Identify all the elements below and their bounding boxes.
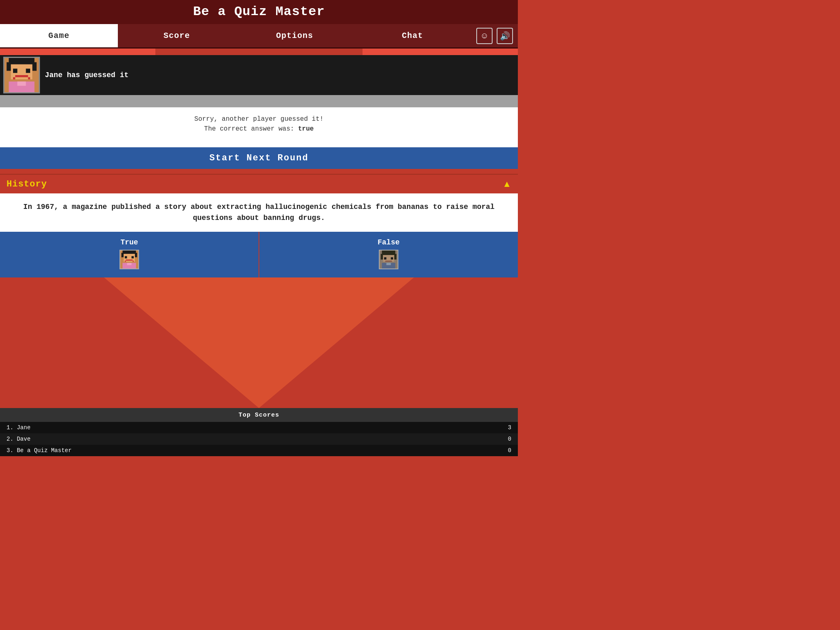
score-rank-2: 2. Dave xyxy=(7,436,31,442)
score-row-2: 2. Dave 0 xyxy=(0,433,518,445)
nav-bar: Game Score Options Chat ☺ 🔊 xyxy=(0,24,518,49)
history-header: History ▲ xyxy=(0,174,518,193)
history-section: History ▲ In 1967, a magazine published … xyxy=(0,174,518,408)
option-false-label: False xyxy=(378,238,400,246)
svg-rect-26 xyxy=(381,254,383,260)
options-row: True False xyxy=(0,232,518,277)
player-avatar xyxy=(3,57,40,93)
svg-rect-7 xyxy=(15,75,28,77)
gray-bar xyxy=(0,95,518,107)
tab-score[interactable]: Score xyxy=(118,24,236,47)
score-rank-1: 1. Jane xyxy=(7,424,31,431)
svg-rect-9 xyxy=(28,77,30,79)
svg-rect-21 xyxy=(133,261,134,262)
svg-rect-31 xyxy=(385,261,392,262)
title-bar: Be a Quiz Master xyxy=(0,0,518,24)
top-scores-section: Top Scores 1. Jane 3 2. Dave 0 3. Be a Q… xyxy=(0,408,518,456)
svg-rect-27 xyxy=(394,254,397,260)
dave-chip xyxy=(379,250,398,269)
nav-icons: ☺ 🔊 xyxy=(471,24,518,47)
red-separator xyxy=(0,169,518,174)
score-value-3: 0 xyxy=(508,447,511,454)
svg-rect-33 xyxy=(387,263,391,265)
option-true: True xyxy=(0,232,259,277)
correct-answer-line: The correct answer was: true xyxy=(8,125,510,133)
svg-rect-19 xyxy=(126,260,133,261)
history-collapse-button[interactable]: ▲ xyxy=(502,179,511,189)
top-scores-title: Top Scores xyxy=(239,412,279,419)
svg-rect-13 xyxy=(123,251,136,254)
score-value-2: 0 xyxy=(508,436,511,442)
sound-button[interactable]: 🔊 xyxy=(497,28,513,44)
score-row-3: 3. Be a Quiz Master 0 xyxy=(0,445,518,456)
game-area: Jane has guessed it Sorry, another playe… xyxy=(0,55,518,169)
history-title: History xyxy=(7,179,47,189)
score-value-1: 3 xyxy=(508,424,511,431)
top-scores-header: Top Scores xyxy=(0,408,518,422)
svg-rect-20 xyxy=(125,261,126,262)
svg-rect-30 xyxy=(391,257,393,260)
svg-rect-25 xyxy=(382,251,396,255)
notification-text: Jane has guessed it xyxy=(45,71,128,79)
option-false: False xyxy=(259,232,518,277)
svg-rect-14 xyxy=(122,253,124,257)
svg-rect-2 xyxy=(7,62,11,71)
svg-rect-17 xyxy=(125,256,127,259)
svg-rect-3 xyxy=(32,62,37,71)
svg-rect-15 xyxy=(135,253,137,257)
notification-bar: Jane has guessed it xyxy=(0,55,518,95)
tab-options[interactable]: Options xyxy=(236,24,354,47)
svg-rect-1 xyxy=(9,58,35,64)
svg-rect-8 xyxy=(13,77,15,79)
svg-rect-6 xyxy=(26,69,31,73)
emoji-button[interactable]: ☺ xyxy=(476,28,493,44)
svg-rect-29 xyxy=(384,257,387,260)
svg-rect-18 xyxy=(132,256,134,259)
jane-chip xyxy=(119,250,139,269)
background-area xyxy=(0,277,518,408)
app-title: Be a Quiz Master xyxy=(0,4,518,19)
question-text: In 1967, a magazine published a story ab… xyxy=(0,193,518,232)
svg-rect-5 xyxy=(13,69,18,73)
tab-game[interactable]: Game xyxy=(0,24,118,47)
option-true-label: True xyxy=(120,238,138,246)
score-rank-3: 3. Be a Quiz Master xyxy=(7,447,72,454)
svg-rect-11 xyxy=(18,82,26,86)
score-row-1: 1. Jane 3 xyxy=(0,422,518,433)
content-area: Sorry, another player guessed it! The co… xyxy=(0,107,518,147)
sorry-text: Sorry, another player guessed it! xyxy=(8,115,510,123)
background-triangle xyxy=(104,277,414,408)
red-stripe xyxy=(0,49,518,55)
start-next-round-button[interactable]: Start Next Round xyxy=(0,147,518,169)
tab-chat[interactable]: Chat xyxy=(354,24,471,47)
svg-rect-23 xyxy=(127,263,132,265)
